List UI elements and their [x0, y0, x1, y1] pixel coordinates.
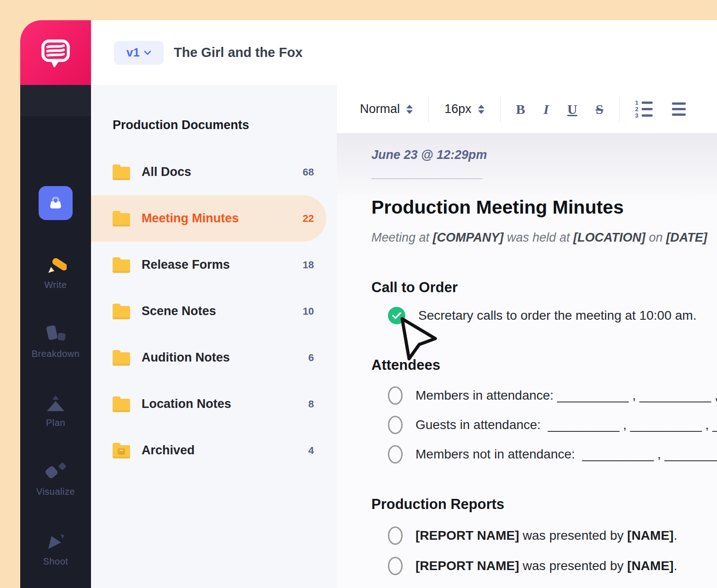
folder-icon [113, 164, 130, 180]
sidebar-item-label: Visualize [36, 486, 75, 497]
pen-icon [45, 254, 67, 276]
folder-row-audition-notes[interactable]: Audition Notes 6 [91, 334, 337, 381]
archive-folder-icon [113, 443, 130, 458]
unchecked-checkbox[interactable] [388, 416, 403, 434]
sidebar-item-breakdown[interactable]: Breakdown [20, 323, 91, 359]
folder-count: 4 [308, 445, 314, 457]
list-item: [REPORT NAME] was presented by [NAME]. [388, 551, 677, 581]
folder-label: Meeting Minutes [142, 211, 239, 226]
folder-count: 18 [303, 259, 314, 271]
sidebar-item-visualize[interactable]: Visualize [20, 461, 91, 497]
toolbar-divider [500, 96, 501, 123]
checked-list-item: Secretary calls to order the meeting at … [388, 307, 696, 324]
project-title: The Girl and the Fox [174, 45, 302, 60]
check-icon [392, 312, 401, 319]
sidebar-item-shoot[interactable]: Shoot [20, 531, 91, 567]
folder-icon [113, 211, 130, 226]
underline-button[interactable]: U [567, 102, 577, 117]
sidebar-item-plan[interactable]: Plan [20, 392, 91, 428]
folder-label: Location Notes [142, 397, 231, 411]
folder-icon [113, 304, 130, 319]
toolbar-divider [428, 96, 429, 123]
app-logo[interactable] [20, 20, 91, 85]
speech-bubble-icon [34, 32, 77, 74]
section-heading-production-reports: Production Reports [371, 496, 504, 513]
sidebar-item-label: Plan [46, 418, 65, 428]
folder-count: 6 [308, 352, 314, 364]
document-canvas[interactable]: June 23 @ 12:29pm Production Meeting Min… [337, 133, 717, 588]
list-item: [REPORT NAME] was presented by [NAME]. [388, 520, 677, 551]
stepper-arrows-icon [406, 105, 413, 114]
diamond-icon [43, 461, 68, 483]
font-size-select[interactable]: 16px [444, 102, 484, 116]
screen: v1 The Girl and the Fox [0, 0, 717, 588]
folder-row-scene-notes[interactable]: Scene Notes 10 [91, 288, 337, 334]
folder-label: Audition Notes [142, 351, 230, 365]
chevron-down-icon [144, 51, 151, 55]
stepper-arrows-icon [478, 105, 484, 114]
folder-label: All Docs [142, 165, 191, 179]
panel-title: Production Documents [113, 118, 249, 132]
app-window: v1 The Girl and the Fox [20, 20, 717, 588]
folder-row-meeting-minutes[interactable]: Meeting Minutes 22 [91, 195, 337, 242]
folder-icon [113, 257, 130, 273]
unchecked-checkbox[interactable] [388, 386, 403, 405]
list-item-text: Secretary calls to order the meeting at … [418, 308, 696, 323]
folder-row-archived[interactable]: Archived 4 [91, 427, 337, 474]
sidebar-item-projects[interactable] [39, 186, 73, 220]
folder-label: Release Forms [142, 258, 230, 272]
folder-row-location-notes[interactable]: Location Notes 8 [91, 381, 337, 427]
toolbar-divider [619, 96, 620, 123]
document-timestamp: June 23 @ 12:29pm [371, 148, 487, 162]
document-title: Production Meeting Minutes [371, 197, 624, 218]
sidebar: Write Breakdown Plan [20, 85, 91, 588]
ordered-list-button[interactable]: 1 2 3 [635, 101, 653, 118]
list-item: Guests in attendance: __________ , _____… [388, 410, 717, 440]
document-subtitle: Meeting at [COMPANY] was held at [LOCATI… [371, 231, 707, 245]
unchecked-checkbox[interactable] [388, 557, 403, 575]
section-heading-call-to-order: Call to Order [371, 279, 458, 296]
list-item-text: Guests in attendance: __________ , _____… [415, 418, 717, 432]
folder-count: 68 [303, 166, 314, 178]
list-item-text: Members not in attendance: __________ , … [415, 447, 717, 462]
version-label: v1 [126, 45, 140, 60]
checked-checkbox[interactable] [388, 307, 405, 324]
divider-line [371, 178, 483, 179]
align-justify-button[interactable] [672, 102, 686, 116]
folder-row-release-forms[interactable]: Release Forms 18 [91, 242, 337, 288]
folder-label: Scene Notes [142, 304, 216, 318]
folder-icon [113, 350, 130, 366]
folder-label: Archived [142, 443, 195, 458]
top-bar: v1 The Girl and the Fox [91, 20, 717, 85]
sidebar-item-label: Shoot [43, 556, 68, 567]
list-item-text: Members in attendance: __________ , ____… [415, 388, 717, 403]
unchecked-checkbox[interactable] [388, 445, 403, 464]
folder-row-all-docs[interactable]: All Docs 68 [91, 149, 337, 195]
paragraph-style-select[interactable]: Normal [360, 102, 413, 116]
folder-icon [113, 396, 130, 412]
strikethrough-button[interactable]: S [596, 102, 603, 117]
unchecked-checkbox[interactable] [388, 526, 403, 545]
briefcase-icon [46, 194, 65, 212]
mountain-icon [44, 392, 68, 414]
list-item: Members in attendance: __________ , ____… [388, 381, 717, 410]
megaphone-icon [44, 531, 68, 553]
bold-button[interactable]: B [516, 102, 525, 117]
editor-toolbar: Normal 16px B I U S 1 2 [337, 85, 717, 133]
list-item: Members not in attendance: __________ , … [388, 440, 717, 469]
section-heading-attendees: Attendees [371, 357, 440, 373]
sidebar-item-label: Breakdown [32, 349, 80, 359]
sidebar-item-write[interactable]: Write [20, 254, 91, 290]
version-dropdown[interactable]: v1 [114, 41, 164, 65]
folder-count: 10 [303, 305, 314, 317]
font-size-value: 16px [444, 102, 472, 116]
sidebar-item-label: Write [45, 280, 67, 290]
folder-count: 8 [308, 398, 314, 410]
breakdown-shapes-icon [44, 323, 68, 345]
folder-list: All Docs 68 Meeting Minutes 22 Re [91, 149, 337, 474]
list-item-text: [REPORT NAME] was presented by [NAME]. [415, 559, 677, 573]
editor-area: Normal 16px B I U S 1 2 [337, 85, 717, 588]
italic-button[interactable]: I [544, 102, 549, 117]
folder-count: 22 [303, 213, 314, 225]
paragraph-style-value: Normal [360, 102, 400, 116]
